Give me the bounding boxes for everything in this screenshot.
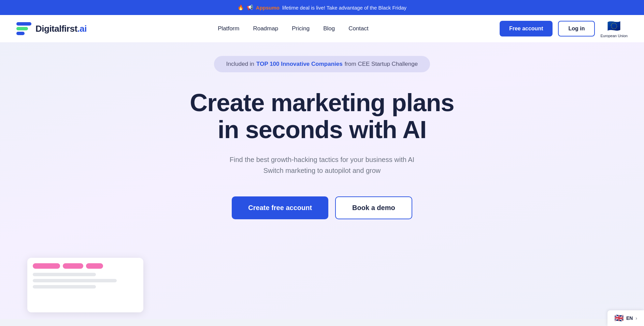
logo-bar-bot xyxy=(16,32,25,35)
main-nav: Platform Roadmap Pricing Blog Contact xyxy=(218,25,369,32)
hero-buttons: Create free account Book a demo xyxy=(232,196,412,219)
logo-bar-mid xyxy=(16,27,28,30)
preview-pill-2 xyxy=(63,263,83,269)
login-button[interactable]: Log in xyxy=(558,21,595,36)
badge-prefix: Included in xyxy=(226,61,254,68)
eu-flag-icon: 🇪🇺 xyxy=(607,19,621,32)
preview-lines xyxy=(33,273,138,288)
logo-icon xyxy=(16,21,31,36)
create-free-account-button[interactable]: Create free account xyxy=(232,196,328,219)
fire-icon: 🔥 xyxy=(238,4,244,11)
language-flag-icon: 🇬🇧 xyxy=(614,314,624,319)
eu-label: European Union xyxy=(600,34,628,38)
hero-subtitle-line1: Find the best growth-hacking tactics for… xyxy=(230,156,414,163)
hero-subtitle-line2: Switch marketing to autopilot and grow xyxy=(263,167,381,174)
hero-subtitle: Find the best growth-hacking tactics for… xyxy=(230,154,414,176)
preview-line-1 xyxy=(33,273,96,276)
header-actions: Free account Log in 🇪🇺 European Union xyxy=(500,19,628,38)
hero-title-line2: in seconds with AI xyxy=(218,116,426,143)
appsumo-label[interactable]: Appsumo xyxy=(256,5,280,11)
preview-line-3 xyxy=(33,285,96,288)
preview-pill-1 xyxy=(33,263,60,269)
free-account-button[interactable]: Free account xyxy=(500,21,553,36)
badge-highlight: TOP 100 Innovative Companies xyxy=(256,61,343,68)
book-demo-button[interactable]: Book a demo xyxy=(335,196,412,219)
logo-text: Digitalfirst.ai xyxy=(35,24,87,34)
nav-pricing[interactable]: Pricing xyxy=(292,25,310,32)
hero-title-line1: Create marketing plans xyxy=(190,89,454,116)
logo-bar-top xyxy=(16,22,31,26)
hero-title: Create marketing plans in seconds with A… xyxy=(190,89,454,143)
logo[interactable]: Digitalfirst.ai xyxy=(16,21,87,36)
top-badge: Included in TOP 100 Innovative Companies… xyxy=(214,56,430,72)
eu-badge: 🇪🇺 European Union xyxy=(600,19,628,38)
nav-roadmap[interactable]: Roadmap xyxy=(253,25,278,32)
hero-section: Included in TOP 100 Innovative Companies… xyxy=(0,42,644,319)
preview-pills xyxy=(33,263,138,269)
banner-text: lifetime deal is live! Take advantage of… xyxy=(282,5,406,11)
preview-line-2 xyxy=(33,279,117,282)
chevron-right-icon: › xyxy=(635,315,637,319)
nav-blog[interactable]: Blog xyxy=(323,25,335,32)
dashboard-preview xyxy=(27,258,143,312)
top-banner: 🔥 📢 Appsumo lifetime deal is live! Take … xyxy=(0,0,644,15)
megaphone-icon: 📢 xyxy=(247,4,253,11)
badge-suffix: from CEE Startup Challenge xyxy=(345,61,418,68)
language-code: EN xyxy=(626,315,633,319)
nav-contact[interactable]: Contact xyxy=(348,25,369,32)
nav-platform[interactable]: Platform xyxy=(218,25,239,32)
preview-pill-3 xyxy=(86,263,103,269)
language-selector[interactable]: 🇬🇧 EN › xyxy=(607,310,644,319)
header: Digitalfirst.ai Platform Roadmap Pricing… xyxy=(0,15,644,42)
